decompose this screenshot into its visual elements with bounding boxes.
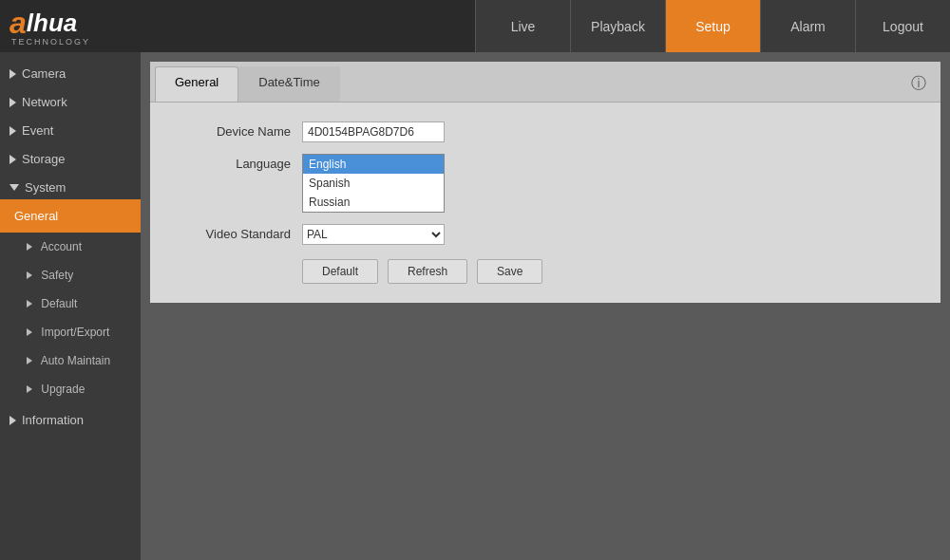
tab-bar: General Date&Time ⓘ [150, 62, 940, 103]
content-area: General Date&Time ⓘ Device Name Language [141, 52, 950, 560]
device-name-input[interactable] [302, 121, 445, 142]
event-expand-icon [10, 126, 16, 136]
logo-icon: a [10, 6, 27, 41]
help-icon[interactable]: ⓘ [902, 66, 936, 102]
sidebar-sub-safety[interactable]: Safety [0, 261, 141, 289]
video-standard-select-wrapper[interactable]: PAL NTSC [302, 224, 445, 245]
upgrade-label: Upgrade [41, 383, 85, 396]
sidebar-sub-import-export[interactable]: Import/Export [0, 318, 141, 346]
sidebar-camera-label: Camera [22, 66, 66, 81]
logo-text: lhua [27, 9, 77, 38]
device-name-label: Device Name [179, 121, 302, 142]
sidebar-sub-upgrade[interactable]: Upgrade [0, 375, 141, 403]
upgrade-icon [27, 385, 32, 393]
sidebar-system-label: System [25, 180, 66, 195]
language-option-russian[interactable]: Russian [303, 193, 444, 212]
sidebar-item-system[interactable]: System [0, 171, 141, 199]
language-dropdown-list[interactable]: English Spanish Russian [302, 154, 445, 213]
sidebar-sub-general[interactable]: General [0, 199, 141, 233]
safety-label: Safety [41, 269, 73, 282]
sidebar-item-event[interactable]: Event [0, 114, 141, 142]
auto-maintain-label: Auto Maintain [41, 354, 110, 367]
content-panel: General Date&Time ⓘ Device Name Language [150, 62, 940, 303]
language-label: Language [179, 154, 302, 175]
system-expand-icon [10, 184, 19, 191]
sidebar-item-storage[interactable]: Storage [0, 142, 141, 171]
nav-setup[interactable]: Setup [665, 0, 760, 52]
nav-playback[interactable]: Playback [570, 0, 665, 52]
sidebar: Camera Network Event Storage System Gene… [0, 52, 141, 560]
logo-wrapper: a lhua TECHNOLOGY [10, 6, 90, 47]
general-label: General [14, 209, 58, 223]
sidebar-information-label: Information [22, 413, 84, 427]
video-standard-row: Video Standard PAL NTSC [179, 224, 912, 245]
form-area: Device Name Language English Spanish Rus… [150, 103, 940, 303]
storage-expand-icon [10, 155, 16, 164]
video-standard-label: Video Standard [179, 224, 302, 245]
sidebar-item-camera[interactable]: Camera [0, 57, 141, 85]
language-option-english[interactable]: English [303, 155, 444, 174]
save-button[interactable]: Save [477, 259, 542, 284]
sidebar-sub-auto-maintain[interactable]: Auto Maintain [0, 346, 141, 375]
sidebar-sub-account[interactable]: Account [0, 233, 141, 261]
tab-general[interactable]: General [155, 66, 238, 102]
logo-area: a lhua TECHNOLOGY [10, 6, 90, 47]
video-standard-select[interactable]: PAL NTSC [302, 224, 445, 245]
logo-subtitle: TECHNOLOGY [11, 37, 90, 47]
device-name-row: Device Name [179, 121, 912, 142]
default-label: Default [41, 297, 77, 310]
main-layout: Camera Network Event Storage System Gene… [0, 52, 950, 560]
import-export-label: Import/Export [41, 326, 109, 339]
information-expand-icon [10, 416, 16, 425]
header: a lhua TECHNOLOGY Live Playback Setup Al… [0, 0, 950, 52]
language-row: Language English Spanish Russian [179, 154, 912, 213]
sidebar-item-network[interactable]: Network [0, 85, 141, 114]
safety-icon [27, 271, 32, 279]
default-icon [27, 300, 32, 308]
nav-buttons: Live Playback Setup Alarm Logout [475, 0, 950, 52]
refresh-button[interactable]: Refresh [388, 259, 467, 284]
account-icon [27, 243, 32, 251]
nav-logout[interactable]: Logout [855, 0, 950, 52]
nav-live[interactable]: Live [475, 0, 570, 52]
network-expand-icon [10, 98, 16, 107]
default-button[interactable]: Default [302, 259, 378, 284]
nav-alarm[interactable]: Alarm [760, 0, 855, 52]
language-option-spanish[interactable]: Spanish [303, 174, 444, 193]
sidebar-item-information[interactable]: Information [0, 403, 141, 432]
sidebar-event-label: Event [22, 123, 53, 138]
language-dropdown[interactable]: English Spanish Russian [302, 154, 445, 213]
sidebar-storage-label: Storage [22, 152, 66, 166]
camera-expand-icon [10, 69, 16, 79]
button-row: Default Refresh Save [302, 259, 912, 284]
sidebar-sub-default[interactable]: Default [0, 289, 141, 318]
account-label: Account [41, 240, 82, 253]
device-name-field[interactable] [302, 121, 445, 142]
auto-maintain-icon [27, 357, 32, 364]
import-export-icon [27, 328, 32, 336]
tab-datetime[interactable]: Date&Time [238, 66, 340, 102]
sidebar-network-label: Network [22, 95, 67, 109]
